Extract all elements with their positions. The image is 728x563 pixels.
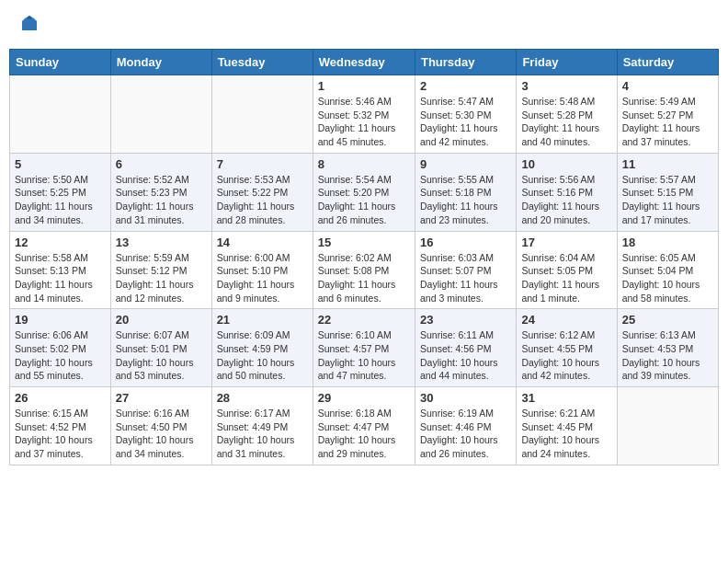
day-info: Sunrise: 5:46 AM Sunset: 5:32 PM Dayligh… bbox=[318, 95, 410, 149]
day-number: 10 bbox=[521, 157, 611, 171]
calendar-cell bbox=[211, 75, 313, 154]
day-info: Sunrise: 5:47 AM Sunset: 5:30 PM Dayligh… bbox=[420, 95, 511, 149]
day-info: Sunrise: 6:17 AM Sunset: 4:49 PM Dayligh… bbox=[217, 407, 308, 461]
day-number: 27 bbox=[116, 391, 207, 405]
calendar-table: SundayMondayTuesdayWednesdayThursdayFrid… bbox=[9, 49, 719, 465]
day-number: 9 bbox=[420, 157, 511, 171]
day-info: Sunrise: 5:49 AM Sunset: 5:27 PM Dayligh… bbox=[622, 95, 713, 149]
day-number: 7 bbox=[217, 157, 308, 171]
day-number: 21 bbox=[217, 313, 308, 327]
column-header-sunday: Sunday bbox=[10, 50, 111, 75]
calendar-cell bbox=[110, 75, 211, 154]
day-info: Sunrise: 6:12 AM Sunset: 4:55 PM Dayligh… bbox=[521, 328, 611, 383]
day-info: Sunrise: 6:05 AM Sunset: 5:04 PM Dayligh… bbox=[622, 251, 713, 305]
calendar-cell: 18Sunrise: 6:05 AM Sunset: 5:04 PM Dayli… bbox=[617, 231, 718, 309]
calendar-cell: 16Sunrise: 6:03 AM Sunset: 5:07 PM Dayli… bbox=[415, 231, 516, 309]
calendar-cell: 21Sunrise: 6:09 AM Sunset: 4:59 PM Dayli… bbox=[211, 309, 313, 387]
day-info: Sunrise: 6:10 AM Sunset: 4:57 PM Dayligh… bbox=[318, 328, 410, 383]
column-header-wednesday: Wednesday bbox=[313, 50, 415, 75]
day-info: Sunrise: 6:02 AM Sunset: 5:08 PM Dayligh… bbox=[318, 251, 410, 305]
calendar-header-row: SundayMondayTuesdayWednesdayThursdayFrid… bbox=[10, 50, 719, 75]
calendar-cell: 25Sunrise: 6:13 AM Sunset: 4:53 PM Dayli… bbox=[617, 309, 718, 387]
day-number: 16 bbox=[420, 236, 511, 249]
calendar-cell: 6Sunrise: 5:52 AM Sunset: 5:23 PM Daylig… bbox=[110, 153, 211, 231]
day-info: Sunrise: 5:57 AM Sunset: 5:15 PM Dayligh… bbox=[622, 173, 713, 227]
calendar-cell: 29Sunrise: 6:18 AM Sunset: 4:47 PM Dayli… bbox=[313, 387, 415, 465]
day-number: 26 bbox=[15, 391, 106, 405]
column-header-saturday: Saturday bbox=[617, 50, 718, 75]
day-info: Sunrise: 6:09 AM Sunset: 4:59 PM Dayligh… bbox=[217, 328, 308, 383]
day-number: 3 bbox=[521, 79, 611, 93]
calendar-cell: 14Sunrise: 6:00 AM Sunset: 5:10 PM Dayli… bbox=[211, 231, 313, 309]
day-number: 13 bbox=[116, 236, 207, 249]
day-info: Sunrise: 6:07 AM Sunset: 5:01 PM Dayligh… bbox=[116, 328, 207, 383]
calendar-week-row: 12Sunrise: 5:58 AM Sunset: 5:13 PM Dayli… bbox=[10, 231, 719, 309]
calendar-cell: 3Sunrise: 5:48 AM Sunset: 5:28 PM Daylig… bbox=[517, 75, 617, 154]
calendar-cell: 26Sunrise: 6:15 AM Sunset: 4:52 PM Dayli… bbox=[10, 387, 111, 465]
logo-icon bbox=[20, 14, 39, 32]
calendar-cell: 17Sunrise: 6:04 AM Sunset: 5:05 PM Dayli… bbox=[517, 231, 617, 309]
day-info: Sunrise: 5:52 AM Sunset: 5:23 PM Dayligh… bbox=[116, 173, 207, 227]
day-info: Sunrise: 5:55 AM Sunset: 5:18 PM Dayligh… bbox=[420, 173, 511, 227]
calendar-cell: 28Sunrise: 6:17 AM Sunset: 4:49 PM Dayli… bbox=[211, 387, 313, 465]
calendar-cell: 7Sunrise: 5:53 AM Sunset: 5:22 PM Daylig… bbox=[211, 153, 313, 231]
day-number: 17 bbox=[521, 236, 611, 249]
calendar-cell: 22Sunrise: 6:10 AM Sunset: 4:57 PM Dayli… bbox=[313, 309, 415, 387]
day-number: 18 bbox=[622, 236, 713, 249]
day-info: Sunrise: 6:19 AM Sunset: 4:46 PM Dayligh… bbox=[420, 407, 511, 461]
day-number: 25 bbox=[622, 313, 713, 327]
calendar-cell: 8Sunrise: 5:54 AM Sunset: 5:20 PM Daylig… bbox=[313, 153, 415, 231]
day-info: Sunrise: 5:58 AM Sunset: 5:13 PM Dayligh… bbox=[15, 251, 106, 305]
calendar-cell: 4Sunrise: 5:49 AM Sunset: 5:27 PM Daylig… bbox=[617, 75, 718, 154]
calendar-cell: 9Sunrise: 5:55 AM Sunset: 5:18 PM Daylig… bbox=[415, 153, 516, 231]
column-header-tuesday: Tuesday bbox=[211, 50, 313, 75]
day-number: 23 bbox=[420, 313, 511, 327]
day-info: Sunrise: 5:59 AM Sunset: 5:12 PM Dayligh… bbox=[116, 251, 207, 305]
calendar-cell: 12Sunrise: 5:58 AM Sunset: 5:13 PM Dayli… bbox=[10, 231, 111, 309]
day-info: Sunrise: 6:03 AM Sunset: 5:07 PM Dayligh… bbox=[420, 251, 511, 305]
day-info: Sunrise: 6:21 AM Sunset: 4:45 PM Dayligh… bbox=[521, 407, 611, 461]
calendar-cell: 30Sunrise: 6:19 AM Sunset: 4:46 PM Dayli… bbox=[415, 387, 516, 465]
day-info: Sunrise: 6:16 AM Sunset: 4:50 PM Dayligh… bbox=[116, 407, 207, 461]
calendar-cell: 27Sunrise: 6:16 AM Sunset: 4:50 PM Dayli… bbox=[110, 387, 211, 465]
calendar-cell: 2Sunrise: 5:47 AM Sunset: 5:30 PM Daylig… bbox=[415, 75, 516, 154]
day-number: 29 bbox=[318, 391, 410, 405]
column-header-monday: Monday bbox=[110, 50, 211, 75]
column-header-friday: Friday bbox=[517, 50, 617, 75]
calendar-cell: 1Sunrise: 5:46 AM Sunset: 5:32 PM Daylig… bbox=[313, 75, 415, 154]
day-number: 5 bbox=[15, 157, 106, 171]
day-number: 12 bbox=[15, 236, 106, 249]
day-number: 8 bbox=[318, 157, 410, 171]
calendar-cell: 19Sunrise: 6:06 AM Sunset: 5:02 PM Dayli… bbox=[10, 309, 111, 387]
calendar-week-row: 19Sunrise: 6:06 AM Sunset: 5:02 PM Dayli… bbox=[10, 309, 719, 387]
calendar-week-row: 26Sunrise: 6:15 AM Sunset: 4:52 PM Dayli… bbox=[10, 387, 719, 465]
day-info: Sunrise: 6:11 AM Sunset: 4:56 PM Dayligh… bbox=[420, 328, 511, 383]
day-info: Sunrise: 6:13 AM Sunset: 4:53 PM Dayligh… bbox=[622, 328, 713, 383]
day-number: 2 bbox=[420, 79, 511, 93]
calendar-cell: 15Sunrise: 6:02 AM Sunset: 5:08 PM Dayli… bbox=[313, 231, 415, 309]
day-info: Sunrise: 6:00 AM Sunset: 5:10 PM Dayligh… bbox=[217, 251, 308, 305]
logo bbox=[18, 14, 39, 37]
day-number: 31 bbox=[521, 391, 611, 405]
calendar-cell: 20Sunrise: 6:07 AM Sunset: 5:01 PM Dayli… bbox=[110, 309, 211, 387]
day-number: 19 bbox=[15, 313, 106, 327]
day-number: 30 bbox=[420, 391, 511, 405]
day-number: 22 bbox=[318, 313, 410, 327]
day-info: Sunrise: 5:56 AM Sunset: 5:16 PM Dayligh… bbox=[521, 173, 611, 227]
day-info: Sunrise: 6:15 AM Sunset: 4:52 PM Dayligh… bbox=[15, 407, 106, 461]
calendar-cell: 5Sunrise: 5:50 AM Sunset: 5:25 PM Daylig… bbox=[10, 153, 111, 231]
calendar-week-row: 1Sunrise: 5:46 AM Sunset: 5:32 PM Daylig… bbox=[10, 75, 719, 154]
calendar-cell bbox=[617, 387, 718, 465]
day-number: 28 bbox=[217, 391, 308, 405]
day-info: Sunrise: 5:53 AM Sunset: 5:22 PM Dayligh… bbox=[217, 173, 308, 227]
day-info: Sunrise: 5:50 AM Sunset: 5:25 PM Dayligh… bbox=[15, 173, 106, 227]
calendar-cell: 24Sunrise: 6:12 AM Sunset: 4:55 PM Dayli… bbox=[517, 309, 617, 387]
day-number: 24 bbox=[521, 313, 611, 327]
day-number: 1 bbox=[318, 79, 410, 93]
column-header-thursday: Thursday bbox=[415, 50, 516, 75]
calendar-week-row: 5Sunrise: 5:50 AM Sunset: 5:25 PM Daylig… bbox=[10, 153, 719, 231]
day-info: Sunrise: 5:48 AM Sunset: 5:28 PM Dayligh… bbox=[521, 95, 611, 149]
day-number: 11 bbox=[622, 157, 713, 171]
day-info: Sunrise: 6:18 AM Sunset: 4:47 PM Dayligh… bbox=[318, 407, 410, 461]
calendar-cell bbox=[10, 75, 111, 154]
